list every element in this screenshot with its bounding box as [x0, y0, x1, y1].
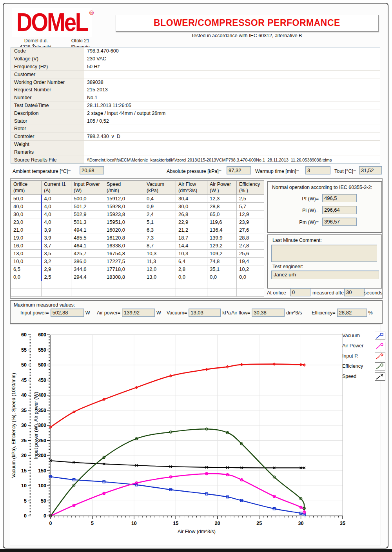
- at-orifice-field[interactable]: 0: [290, 288, 310, 296]
- test-engineer-label: Test engineer:: [272, 264, 303, 269]
- table-cell: 2,8: [176, 265, 207, 273]
- info-value: \\Domelnt.local\fs\ECM\Merjenje_karakter…: [84, 156, 380, 163]
- legend-row-input-p-: Input P.: [342, 351, 385, 361]
- table-cell: 12,3: [207, 195, 237, 203]
- svg-text:200: 200: [38, 453, 46, 458]
- table-cell: 18308,8: [104, 273, 144, 281]
- performance-chart: 05101520253035Air Flow (dm^3/s)051015202…: [10, 325, 381, 545]
- svg-text:300: 300: [38, 423, 46, 428]
- table-cell: 386,0: [71, 258, 104, 265]
- legend-swatch-air-power[interactable]: [375, 342, 385, 350]
- series-air-power: [51, 474, 304, 516]
- info-value: 2 stage / input 44mm / output 26mm: [84, 109, 380, 117]
- table-row-empty: [11, 281, 264, 289]
- table-cell: [237, 289, 264, 297]
- column-header: Vacuum(kPa): [144, 181, 176, 195]
- info-row: Request Number215-2013: [11, 86, 380, 94]
- max-input-power-unit: W: [85, 310, 90, 316]
- info-row: Voltage (V)230 VAC: [11, 55, 380, 63]
- table-cell: 27,6: [237, 226, 264, 234]
- table-cell: 5,7: [237, 203, 264, 211]
- chart-y-axis-inner: 050100150200250300350400450500550600Inpu…: [33, 332, 50, 519]
- table-row: 0,02,5294,418308,813,00,00,00,0: [11, 273, 264, 281]
- ambient-temperature-field[interactable]: 20,68: [80, 166, 104, 174]
- svg-text:20: 20: [215, 521, 220, 526]
- legend-swatch-vacuum[interactable]: [375, 332, 385, 340]
- pf-field[interactable]: 496,5: [322, 194, 357, 202]
- svg-text:15: 15: [173, 521, 178, 526]
- svg-text:0: 0: [44, 513, 46, 519]
- max-efficiency-field[interactable]: 28,82: [337, 309, 367, 317]
- legend-swatch-efficiency[interactable]: [375, 362, 385, 370]
- info-label: Weight: [11, 141, 84, 148]
- column-header: Current I1(A): [42, 181, 71, 195]
- table-cell: [71, 289, 104, 297]
- chart-x-axis: 05101520253035Air Flow (dm^3/s): [49, 516, 345, 534]
- absolute-pressure-field[interactable]: 97,32: [227, 166, 251, 174]
- normal-operation-title: Normal operation according to IEC 60355-…: [272, 185, 372, 190]
- table-cell: 4,0: [42, 211, 71, 218]
- max-input-power-label: Input power=: [20, 310, 49, 316]
- max-input-power-field[interactable]: 502,88: [51, 309, 84, 317]
- table-cell: 119,6: [207, 218, 237, 226]
- table-cell: 26,8: [176, 211, 207, 218]
- table-cell: 5,1: [144, 218, 176, 226]
- pm-field[interactable]: 396,57: [322, 218, 357, 226]
- info-label: Number: [11, 94, 84, 102]
- table-cell: 501,2: [71, 203, 104, 211]
- info-value: 50 Hz: [84, 63, 380, 71]
- column-header: Orifice(mm): [11, 181, 42, 195]
- pi-label: Pi (W)=: [268, 208, 319, 213]
- table-cell: 12,0: [144, 265, 176, 273]
- max-air-power-field[interactable]: 139,92: [122, 309, 155, 317]
- legend-row-efficiency: Efficiency: [342, 361, 385, 371]
- markers-efficiency: [49, 428, 305, 517]
- table-cell: 10,3: [176, 250, 207, 258]
- column-header: Input Power(W): [71, 181, 104, 195]
- pi-field[interactable]: 296,64: [322, 206, 357, 214]
- svg-text:15: 15: [21, 468, 27, 474]
- max-air-power-label: Air power=: [97, 310, 120, 316]
- table-cell: 30,0: [11, 211, 42, 218]
- info-label: Source Results File: [11, 156, 84, 163]
- max-vacuum-field[interactable]: 13,03: [189, 309, 221, 317]
- table-cell: 21,2: [176, 226, 207, 234]
- info-row: Description2 stage / input 44mm / output…: [11, 109, 380, 117]
- column-header: Efficiency(% ): [237, 181, 264, 195]
- table-cell: 3,7: [42, 242, 71, 250]
- table-cell: [42, 281, 71, 289]
- table-cell: 2,5: [42, 273, 71, 281]
- svg-text:10: 10: [131, 521, 137, 526]
- max-air-flow-unit: dm^3/s: [286, 310, 302, 316]
- legend-swatch-speed[interactable]: [375, 372, 385, 381]
- table-cell: 23,9: [237, 218, 264, 226]
- table-cell: 3,2: [42, 258, 71, 265]
- info-row: Weight: [11, 141, 380, 149]
- info-row: NumberNo.1: [11, 94, 380, 102]
- table-cell: 344,6: [71, 265, 104, 273]
- table-cell: 28,8: [207, 203, 237, 211]
- ambient-temperature-label: Ambient temperature [°C]=: [13, 169, 71, 174]
- tout-field[interactable]: 31,52: [359, 166, 382, 174]
- warmup-time-field[interactable]: 3: [305, 166, 330, 174]
- table-cell: [176, 289, 207, 297]
- measured-after-field[interactable]: 30: [344, 288, 365, 296]
- table-cell: 0,9: [144, 203, 176, 211]
- max-vacuum-label: Vacuum=: [167, 310, 187, 316]
- table-cell: [11, 289, 42, 297]
- table-cell: 15951,0: [104, 218, 144, 226]
- table-cell: 502,9: [71, 211, 104, 218]
- table-cell: 10,3: [144, 250, 176, 258]
- test-engineer-field[interactable]: Janez urh: [271, 271, 379, 279]
- table-row: 21,03,9494,116020,06,321,2136,427,6: [11, 226, 264, 234]
- max-air-flow-field[interactable]: 30,38: [252, 309, 285, 317]
- last-minute-comment-field[interactable]: [271, 245, 377, 262]
- info-row: Test Date&Time28.11.2013 11:26:05: [11, 102, 380, 110]
- table-cell: 16020,0: [104, 226, 144, 234]
- legend-swatch-input-p-[interactable]: [375, 352, 385, 360]
- table-cell: [42, 289, 71, 297]
- svg-text:35: 35: [21, 408, 27, 413]
- table-cell: 0,0: [176, 273, 207, 281]
- table-cell: 3,9: [42, 226, 71, 234]
- table-cell: 16754,8: [104, 250, 144, 258]
